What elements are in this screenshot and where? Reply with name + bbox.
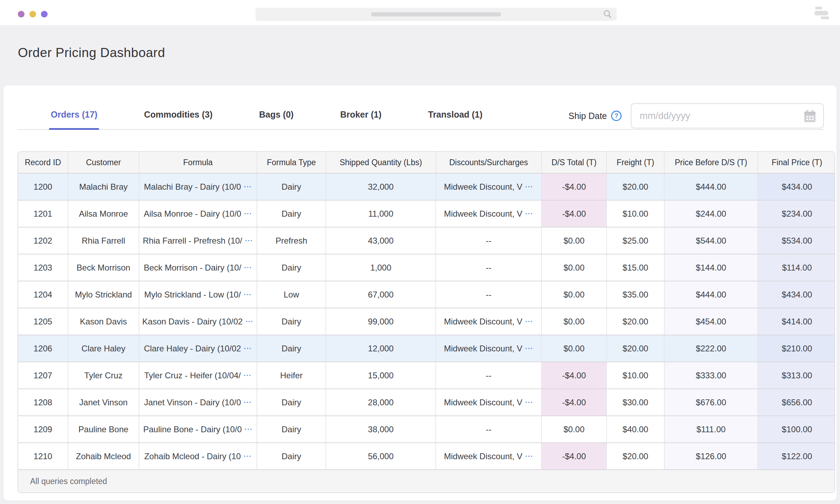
window-control-dot-3[interactable] bbox=[41, 11, 48, 18]
table-header-row: Record IDCustomerFormulaFormula TypeShip… bbox=[18, 152, 834, 174]
tab-orders[interactable]: Orders (17) bbox=[51, 110, 97, 129]
cell-price-before: $333.00 bbox=[665, 362, 758, 388]
cell-ds-total: -$4.00 bbox=[542, 201, 607, 227]
page-title: Order Pricing Dashboard bbox=[18, 46, 165, 60]
table-row[interactable]: 1201Ailsa MonroeAilsa Monroe - Dairy (10… bbox=[18, 201, 834, 227]
cell-formula-type: Dairy bbox=[257, 308, 326, 335]
cell-freight: $20.00 bbox=[607, 335, 665, 362]
ellipsis-more-icon[interactable]: ··· bbox=[525, 317, 533, 326]
cell-ds-total: -$4.00 bbox=[542, 362, 607, 388]
ellipsis-more-icon[interactable]: ··· bbox=[525, 210, 533, 218]
table-row[interactable]: 1208Janet VinsonJanet Vinson - Dairy (10… bbox=[18, 389, 834, 416]
ellipsis-more-icon[interactable]: ··· bbox=[244, 183, 252, 191]
cell-record-id: 1200 bbox=[18, 174, 68, 200]
ellipsis-more-icon[interactable]: ··· bbox=[244, 344, 252, 352]
cell-ds-total: -$4.00 bbox=[542, 389, 607, 415]
cell-customer: Mylo Strickland bbox=[68, 281, 139, 308]
cell-price-before: $126.00 bbox=[665, 443, 758, 469]
tab-broker[interactable]: Broker (1) bbox=[340, 110, 382, 129]
window-control-dot-1[interactable] bbox=[18, 11, 24, 18]
cell-customer: Beck Morrison bbox=[68, 254, 139, 281]
cell-shipped-qty: 28,000 bbox=[326, 389, 436, 415]
cell-discounts: Midweek Discount, V··· bbox=[436, 174, 542, 200]
column-header-freight-t: Freight (T) bbox=[607, 152, 665, 173]
cell-freight: $35.00 bbox=[607, 281, 665, 308]
cell-record-id: 1201 bbox=[18, 201, 68, 227]
column-header-formula-type: Formula Type bbox=[257, 152, 326, 173]
window-control-dot-2[interactable] bbox=[29, 11, 36, 18]
column-header-formula: Formula bbox=[139, 152, 257, 173]
cell-formula-type: Dairy bbox=[257, 174, 326, 200]
table-row[interactable]: 1202Rhia FarrellRhia Farrell - Prefresh … bbox=[18, 227, 834, 254]
ellipsis-more-icon[interactable]: ··· bbox=[244, 371, 252, 379]
ellipsis-more-icon[interactable]: ··· bbox=[244, 398, 252, 406]
cell-formula: Janet Vinson - Dairy (10/0··· bbox=[139, 389, 257, 415]
table-row[interactable]: 1204Mylo StricklandMylo Strickland - Low… bbox=[18, 281, 834, 308]
calendar-icon[interactable] bbox=[803, 109, 817, 125]
table-footer: All queries completed bbox=[18, 470, 834, 492]
ellipsis-more-icon[interactable]: ··· bbox=[245, 425, 253, 433]
cell-formula: Zohaib Mcleod - Dairy (10··· bbox=[139, 443, 257, 469]
cell-formula: Beck Morrison - Dairy (10/··· bbox=[139, 254, 257, 281]
cell-shipped-qty: 11,000 bbox=[326, 201, 436, 227]
cell-freight: $20.00 bbox=[607, 174, 665, 200]
ellipsis-more-icon[interactable]: ··· bbox=[525, 344, 533, 352]
help-icon[interactable]: ? bbox=[611, 111, 622, 121]
ellipsis-more-icon[interactable]: ··· bbox=[244, 264, 252, 272]
cell-text: Midweek Discount, V bbox=[444, 451, 522, 461]
cell-price-before: $144.00 bbox=[665, 254, 758, 281]
cell-ds-total: $0.00 bbox=[542, 416, 607, 442]
address-bar[interactable] bbox=[255, 8, 617, 21]
cell-formula-type: Dairy bbox=[257, 443, 326, 469]
cell-price-before: $444.00 bbox=[665, 174, 758, 200]
ellipsis-more-icon[interactable]: ··· bbox=[245, 317, 253, 326]
table-row[interactable]: 1209Pauline BonePauline Bone - Dairy (10… bbox=[18, 416, 834, 443]
cell-final-price: $434.00 bbox=[758, 281, 835, 308]
cell-text: Rhia Farrell - Prefresh (10/ bbox=[143, 236, 242, 246]
ellipsis-more-icon[interactable]: ··· bbox=[525, 183, 533, 191]
cell-formula: Ailsa Monroe - Dairy (10/0··· bbox=[139, 201, 257, 227]
cell-price-before: $444.00 bbox=[665, 281, 758, 308]
tabs: Orders (17) Commodities (3) Bags (0) Bro… bbox=[51, 85, 483, 129]
column-header-shipped-quantity-lbs: Shipped Quantity (Lbs) bbox=[326, 152, 436, 173]
cell-formula: Rhia Farrell - Prefresh (10/··· bbox=[139, 227, 257, 254]
cell-discounts: Midweek Discount, V··· bbox=[436, 443, 542, 469]
table-row[interactable]: 1200Malachi BrayMalachi Bray - Dairy (10… bbox=[18, 174, 834, 201]
ellipsis-more-icon[interactable]: ··· bbox=[244, 210, 252, 218]
window-menu-icon[interactable] bbox=[814, 6, 830, 20]
ellipsis-more-icon[interactable]: ··· bbox=[244, 290, 252, 299]
cell-shipped-qty: 32,000 bbox=[326, 174, 436, 200]
ellipsis-more-icon[interactable]: ··· bbox=[525, 398, 533, 406]
cell-discounts: -- bbox=[436, 254, 542, 281]
table-row[interactable]: 1205Kason DavisKason Davis - Dairy (10/0… bbox=[18, 308, 834, 335]
dashboard-card: Orders (17) Commodities (3) Bags (0) Bro… bbox=[4, 85, 836, 500]
cell-customer: Ailsa Monroe bbox=[68, 201, 139, 227]
tab-bags[interactable]: Bags (0) bbox=[259, 110, 294, 129]
table-row[interactable]: 1206Clare HaleyClare Haley - Dairy (10/0… bbox=[18, 335, 834, 362]
cell-freight: $25.00 bbox=[607, 227, 665, 254]
ellipsis-more-icon[interactable]: ··· bbox=[525, 452, 533, 460]
cell-shipped-qty: 43,000 bbox=[326, 227, 436, 254]
cell-price-before: $454.00 bbox=[665, 308, 758, 335]
ship-date-group: Ship Date ? bbox=[568, 103, 824, 128]
cell-record-id: 1207 bbox=[18, 362, 68, 388]
ship-date-input[interactable] bbox=[631, 103, 824, 128]
table-row[interactable]: 1207Tyler CruzTyler Cruz - Heifer (10/04… bbox=[18, 362, 834, 389]
address-bar-redacted-text bbox=[371, 12, 501, 16]
cell-text: Midweek Discount, V bbox=[444, 344, 522, 354]
search-icon[interactable] bbox=[603, 9, 612, 21]
orders-table: Record IDCustomerFormulaFormula TypeShip… bbox=[18, 151, 835, 493]
table-row[interactable]: 1210Zohaib McleodZohaib Mcleod - Dairy (… bbox=[18, 443, 834, 470]
cell-formula-type: Dairy bbox=[257, 389, 326, 415]
cell-record-id: 1202 bbox=[18, 227, 68, 254]
cell-record-id: 1206 bbox=[18, 335, 68, 362]
table-row[interactable]: 1203Beck MorrisonBeck Morrison - Dairy (… bbox=[18, 254, 834, 281]
cell-customer: Janet Vinson bbox=[68, 389, 139, 415]
ellipsis-more-icon[interactable]: ··· bbox=[245, 237, 253, 245]
cell-final-price: $210.00 bbox=[758, 335, 835, 362]
tab-commodities[interactable]: Commodities (3) bbox=[144, 110, 212, 129]
ellipsis-more-icon[interactable]: ··· bbox=[244, 452, 252, 460]
tab-transload[interactable]: Transload (1) bbox=[428, 110, 483, 129]
cell-final-price: $114.00 bbox=[758, 254, 835, 281]
cell-formula-type: Dairy bbox=[257, 335, 326, 362]
